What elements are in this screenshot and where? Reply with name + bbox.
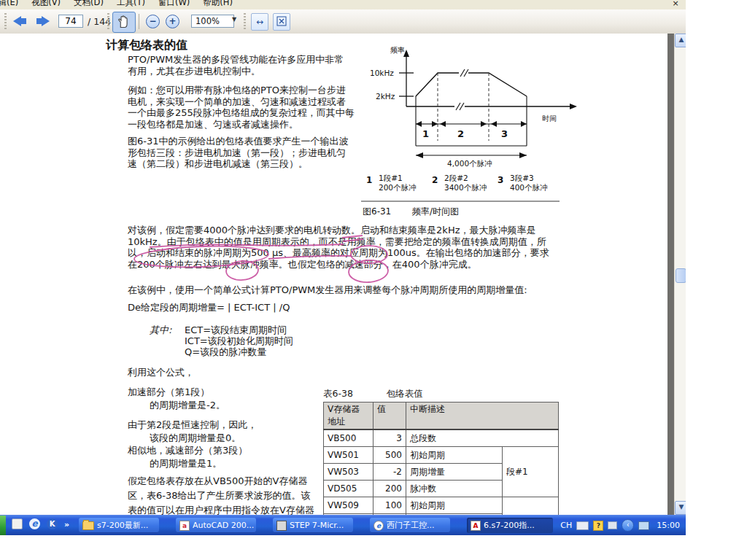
quick-launch-chevron-icon[interactable]: » [64, 520, 69, 529]
cell-desc: 总段数 [406, 429, 559, 447]
segment-1-number: 1 [422, 128, 429, 139]
cell-desc: 脉冲数 [406, 481, 503, 497]
cell-addr: VB500 [324, 429, 374, 447]
toolbar-grip[interactable] [4, 13, 7, 30]
cell-desc: 初始周期 [406, 497, 503, 514]
hand-icon [116, 15, 131, 29]
page-number-input[interactable] [58, 15, 83, 28]
internet-explorer-icon[interactable]: e [29, 518, 40, 529]
start-button[interactable] [0, 516, 6, 535]
taskbar: e K » s7-200最新... a AutoCAD 200... STEP … [0, 515, 686, 535]
arrow-left-tail [21, 18, 26, 24]
scroll-down-button[interactable]: ▼ [675, 501, 686, 515]
desktop-screen: 编辑(E) 视图(V) 文档(D) 工具(T) 窗口(W) 帮助(H) × / … [0, 0, 747, 560]
previous-page-button[interactable] [10, 13, 29, 29]
zoom-level-field[interactable]: 100% [191, 15, 234, 28]
table-caption: 表6-38 包络表值 [323, 388, 423, 400]
cell-desc: 周期增量 [406, 464, 503, 481]
safely-remove-hardware-icon[interactable] [608, 521, 617, 529]
scrollbar-thumb[interactable] [676, 268, 686, 283]
paragraph-vb500: 假定包络表存放在从VB500开始的V存储器 区，表6-38给出了产生所要求波形的… [128, 474, 332, 515]
close-icon[interactable]: × [671, 0, 680, 8]
frequency-time-figure: 频率 10kHz 2kHz 时间 1 2 3 4,000个脉冲 1 1段#1 2… [361, 44, 580, 225]
seg2-line1: 由于第2段是恒速控制，因此， [128, 419, 257, 431]
paragraph-intro: PTO/PWM发生器的多段管线功能在许多应用中非常 有用，尤其在步进电机控制中。 [128, 54, 379, 77]
zoom-in-button[interactable]: + [166, 15, 179, 28]
x-axis-label: 时间 [542, 114, 557, 124]
legend-2-number: 2 [432, 175, 438, 185]
legend-3-name: 3段#3 [510, 174, 534, 183]
menu-tools[interactable]: 工具(T) [115, 0, 147, 8]
show-desktop-icon[interactable] [12, 518, 23, 532]
page-margin-background [667, 34, 674, 515]
zoom-out-button[interactable]: − [146, 15, 160, 28]
next-page-button[interactable] [34, 13, 53, 29]
paragraph-calculation: 对该例，假定需要4000个脉冲达到要求的电机转动数。启动和结束频率是2kHz，最… [128, 225, 565, 270]
segment-3-number: 3 [501, 128, 508, 139]
where-q: Q=该段的脉冲数量 [185, 346, 266, 358]
table-row: VB500 3 总段数 [324, 429, 559, 447]
cell-segment-1: 段#1 [503, 447, 559, 497]
envelope-table: V存储器 地址 值 中断描述 VB500 3 总段数 VW501 500 初始周… [323, 402, 559, 515]
taskbar-button-pdf-active[interactable]: A 6.s7-200指... [467, 518, 553, 533]
tray-chevron-icon[interactable]: ‹ [622, 519, 634, 532]
cell-segment-2: 段#2 [503, 497, 559, 516]
seg2-line2: 该段的周期增量是0。 [150, 432, 241, 444]
cell-value: 200 [374, 481, 406, 497]
figure-lines [361, 44, 580, 225]
y-axis-label: 频率 [390, 45, 405, 55]
document-viewport[interactable]: 计算包络表的值 PTO/PWM发生器的多段管线功能在许多应用中非常 有用，尤其在… [0, 34, 686, 515]
paragraph-use-formula: 利用这个公式， [128, 367, 194, 378]
arrow-left-icon [13, 16, 21, 26]
figure-caption-number: 图6-31 [363, 206, 391, 218]
taskbar-button-label: s7-200最新... [97, 520, 148, 531]
arrow-right-tail [36, 18, 42, 24]
tick-2khz: 2kHz [376, 92, 395, 101]
taskbar-button-step7[interactable]: STEP 7-Micr... [273, 518, 353, 533]
seg1-line1: 加速部分（第1段） [128, 386, 209, 398]
clock: 15:00 [657, 521, 680, 530]
legend-1-number: 1 [366, 175, 372, 185]
fit-page-button[interactable] [273, 13, 290, 31]
menu-edit[interactable]: 编辑(E) [0, 0, 20, 8]
hand-tool-button[interactable] [112, 12, 136, 33]
keyboard-icon[interactable] [576, 521, 589, 530]
cell-addr: VW503 [324, 464, 374, 481]
network-icon[interactable] [638, 521, 649, 530]
help-icon[interactable]: ? [593, 521, 603, 531]
taskbar-button-siemens-ie[interactable]: e 西门子工控... [370, 518, 450, 533]
col-value: 值 [374, 402, 406, 430]
toolbar-separator [139, 14, 139, 29]
figure-caption-text: 频率/时间图 [412, 206, 459, 218]
where-ect: ECT=该段结束周期时间 [185, 324, 287, 336]
toolbar-grip[interactable] [107, 13, 109, 30]
total-pulses-label: 4,000个脉冲 [447, 159, 492, 169]
vertical-scrollbar[interactable]: ▲ ▼ [674, 34, 686, 515]
menu-document[interactable]: 文档(D) [72, 0, 105, 8]
legend-2-name: 2段#2 [444, 174, 468, 183]
menu-window[interactable]: 窗口(W) [157, 0, 191, 8]
ime-indicator[interactable]: CH [560, 521, 572, 530]
menu-help[interactable]: 帮助(H) [201, 0, 234, 8]
taskbar-button-label: AutoCAD 200... [193, 521, 254, 530]
page-title: 计算包络表的值 [106, 39, 187, 52]
folder-icon [82, 521, 94, 530]
taskbar-button-autocad[interactable]: a AutoCAD 200... [176, 518, 256, 533]
seg3-line2: 的周期增量是1。 [150, 458, 222, 470]
cell-addr: VW501 [324, 447, 374, 464]
toolbar-grip[interactable] [244, 13, 246, 30]
arrow-right-icon [42, 16, 50, 26]
fit-page-icon [276, 16, 287, 26]
legend-2-pulses: 3400个脉冲 [444, 183, 487, 192]
menu-view[interactable]: 视图(V) [30, 0, 62, 8]
paragraph-figure-ref: 图6-31中的示例给出的包络表值要求产生一个输出波 形包括三段：步进电机加速（第… [128, 136, 383, 170]
table-row: VW501 500 初始周期 段#1 [324, 447, 559, 464]
taskbar-button-s7-200-folder[interactable]: s7-200最新... [79, 518, 159, 533]
fit-width-button[interactable]: ↔ [251, 13, 268, 31]
cell-value: 3 [374, 429, 406, 447]
k-app-icon[interactable]: K [47, 518, 58, 529]
table-caption-title: 包络表值 [387, 388, 423, 399]
chevron-down-icon[interactable]: ▼ [232, 16, 236, 23]
scroll-up-button[interactable]: ▲ [675, 34, 686, 47]
fit-width-icon: ↔ [256, 17, 263, 27]
